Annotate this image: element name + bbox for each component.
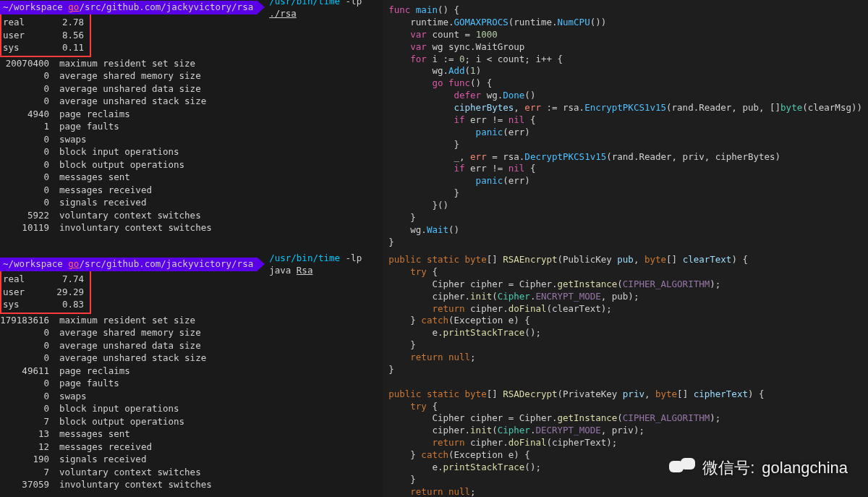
stat-row: 0block output operations: [0, 158, 383, 171]
stat-row: 4940page reclaims: [0, 108, 383, 121]
stat-row: 5922voluntary context switches: [0, 209, 383, 222]
stat-row: 13messages sent: [0, 428, 383, 441]
cwd-path: ~/workspace go/src/github.com/jackyvicto…: [0, 258, 258, 271]
prompt-line-go: ~/workspace go/src/github.com/jackyvicto…: [0, 0, 383, 14]
timing-box-java: real7.74 user29.29 sys0.83: [0, 271, 91, 314]
terminal-go[interactable]: ~/workspace go/src/github.com/jackyvicto…: [0, 0, 383, 257]
stat-row: 0average unshared data size: [0, 339, 383, 352]
command-go: /usr/bin/time -lp ./rsa: [269, 0, 383, 20]
stat-row: 37059involuntary context switches: [0, 478, 383, 491]
stat-row: 0messages sent: [0, 171, 383, 184]
stat-row: 7voluntary context switches: [0, 466, 383, 479]
prompt-line-java: ~/workspace go/src/github.com/jackyvicto…: [0, 257, 383, 271]
stat-row: 0average shared memory size: [0, 69, 383, 82]
stat-row: 0signals received: [0, 196, 383, 209]
stat-row: 49611page reclaims: [0, 365, 383, 378]
stat-row: 20070400maximum resident set size: [0, 57, 383, 70]
stat-row: 190signals received: [0, 453, 383, 466]
timing-box-go: real2.78 user8.56 sys0.11: [0, 14, 91, 57]
cwd-path: ~/workspace go/src/github.com/jackyvicto…: [0, 1, 258, 14]
command-java: /usr/bin/time -lp java Rsa: [269, 252, 383, 277]
time-stats-java: 179183616maximum resident set size0avera…: [0, 314, 383, 491]
stat-row: 0average unshared stack size: [0, 352, 383, 365]
watermark-value: golangchina: [762, 457, 848, 480]
watermark-label: 微信号:: [702, 457, 754, 480]
prompt-arrow-icon: [258, 1, 265, 14]
stat-row: 0swaps: [0, 133, 383, 146]
go-code[interactable]: func main() { runtime.GOMAXPROCS(runtime…: [383, 0, 868, 250]
stat-row: 10119involuntary context switches: [0, 221, 383, 234]
stat-row: 7block output operations: [0, 415, 383, 428]
code-column: func main() { runtime.GOMAXPROCS(runtime…: [383, 0, 868, 497]
watermark: 微信号: golangchina: [669, 457, 848, 480]
stat-row: 0average unshared data size: [0, 82, 383, 95]
stat-row: 179183616maximum resident set size: [0, 314, 383, 327]
terminal-java[interactable]: ~/workspace go/src/github.com/jackyvicto…: [0, 257, 383, 497]
stat-row: 12messages received: [0, 441, 383, 454]
stat-row: 1page faults: [0, 120, 383, 133]
stat-row: 0average unshared stack size: [0, 95, 383, 108]
stat-row: 0block input operations: [0, 402, 383, 415]
stat-row: 0average shared memory size: [0, 326, 383, 339]
terminal-column: ~/workspace go/src/github.com/jackyvicto…: [0, 0, 383, 497]
prompt-arrow-icon: [258, 258, 265, 271]
stat-row: 0block input operations: [0, 145, 383, 158]
stat-row: 0messages received: [0, 184, 383, 197]
time-stats-go: 20070400maximum resident set size0averag…: [0, 57, 383, 234]
stat-row: 0page faults: [0, 377, 383, 390]
stat-row: 0swaps: [0, 390, 383, 403]
wechat-icon: [669, 458, 695, 480]
